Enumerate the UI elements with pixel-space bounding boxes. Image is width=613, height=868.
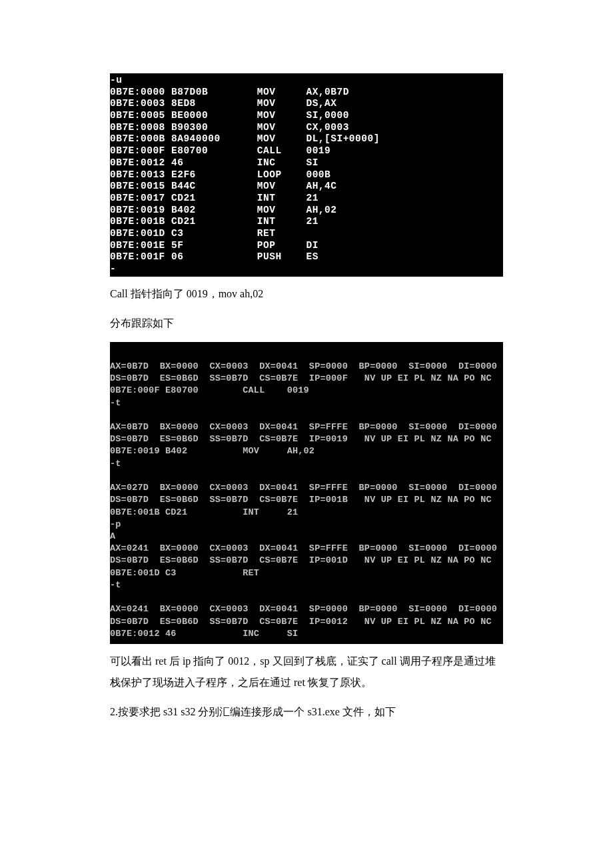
paragraph-call-pointer: Call 指针指向了 0019，mov ah,02 [110, 283, 503, 305]
page-container: -u 0B7E:0000 B87D0B MOV AX,0B7D 0B7E:000… [0, 0, 613, 771]
terminal-block-1: -u 0B7E:0000 B87D0B MOV AX,0B7D 0B7E:000… [110, 73, 503, 277]
terminal-block-2: AX=0B7D BX=0000 CX=0003 DX=0041 SP=0000 … [110, 342, 503, 644]
paragraph-ret-explanation: 可以看出 ret 后 ip 指向了 0012，sp 又回到了栈底，证实了 cal… [110, 651, 503, 693]
paragraph-distributed-trace: 分布跟踪如下 [110, 313, 503, 334]
paragraph-task-2: 2.按要求把 s31 s32 分别汇编连接形成一个 s31.exe 文件，如下 [110, 701, 503, 723]
